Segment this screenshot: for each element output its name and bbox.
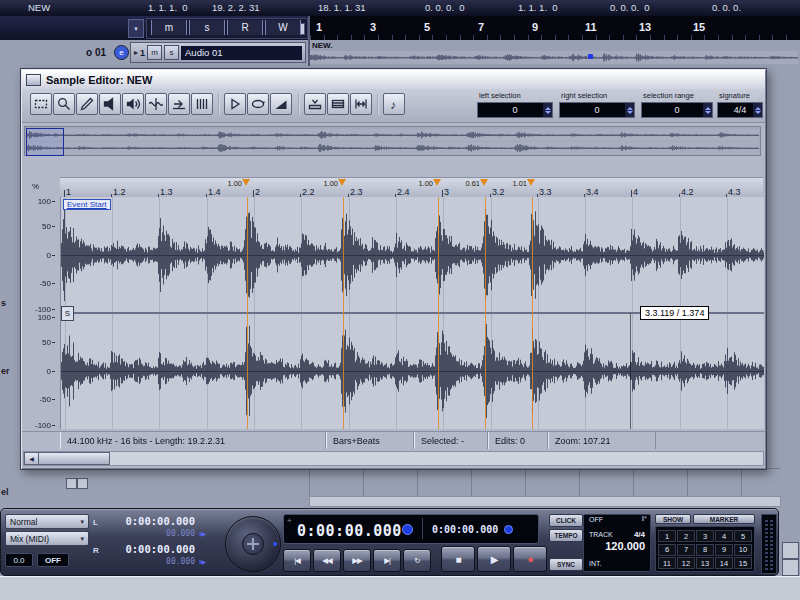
hitpoint-flag-icon[interactable] [242,179,250,186]
editor-ruler[interactable]: 11.21.31.422.22.32.433.23.33.444.24.31.0… [60,177,763,199]
right-selection-input[interactable]: 0 [559,102,635,118]
expand-arrow-icon[interactable]: ▸ [134,48,138,57]
marker-10-button[interactable]: 10 [734,544,752,556]
scrollbar-button[interactable] [782,542,799,559]
zoom-tool-button[interactable] [53,93,75,115]
audition-loop-button[interactable] [247,93,269,115]
edit-channel-button[interactable]: e [114,45,129,60]
scrollbar-button[interactable] [782,559,799,576]
scroll-thumb[interactable] [38,452,110,465]
show-button[interactable]: SHOW [655,514,691,524]
automation-s-button[interactable]: s [189,20,225,35]
scrub-tool-button[interactable] [122,93,144,115]
marker-12-button[interactable]: 12 [677,557,695,569]
marker-8-button[interactable]: 8 [696,544,714,556]
hitpoint-line[interactable] [438,197,439,429]
main-time-display[interactable]: + 0:00:00.000 0:00:00.000 [283,514,539,544]
musical-mode-button[interactable]: ♪ [383,93,405,115]
waveform-left-channel[interactable] [61,197,764,313]
independent-loop-button[interactable] [350,93,372,115]
mini-button[interactable] [66,478,77,489]
sync-button[interactable]: SYNC [549,558,583,571]
fast-forward-button[interactable]: ▶▶ [343,549,371,572]
marker-15-button[interactable]: 15 [734,557,752,569]
spinner-icon[interactable] [625,103,634,117]
marker-3-button[interactable]: 3 [696,530,714,542]
marker-2-button[interactable]: 2 [677,530,695,542]
goto-end-button[interactable]: ▶| [373,549,401,572]
show-regions-button[interactable] [327,93,349,115]
snap-point-flag[interactable]: S [61,306,74,321]
play-button[interactable]: ▶ [477,546,511,572]
marker-5-button[interactable]: 5 [734,530,752,542]
audition-volume-button[interactable] [270,93,292,115]
marker-7-button[interactable]: 7 [677,544,695,556]
marker-4-button[interactable]: 4 [715,530,733,542]
hitpoint-flag-icon[interactable] [338,179,346,186]
event-start-flag[interactable]: Event Start [63,199,111,210]
pane-divider[interactable] [308,16,310,66]
punch-icon[interactable]: ‖▶ [199,558,206,565]
range-selection-tool-button[interactable] [30,93,52,115]
hitpoint-line[interactable] [247,197,248,429]
mini-button[interactable] [77,478,88,489]
hitpoint-flag-icon[interactable] [480,179,488,186]
scale-unit-label[interactable]: % [32,182,39,191]
marker-11-button[interactable]: 11 [658,557,676,569]
mute-button[interactable]: m [147,45,162,60]
punch-icon[interactable]: ‖▶ [199,530,206,537]
plus-toggle[interactable]: + [287,516,292,525]
play-tool-button[interactable] [99,93,121,115]
overview-strip[interactable] [24,126,761,156]
horizontal-scrollbar[interactable]: ◀ [23,451,764,466]
audition-play-button[interactable] [224,93,246,115]
locator-R-time[interactable]: 0:00:00.000 [103,543,195,555]
jog-center-button[interactable] [242,533,264,555]
hitpoint-line[interactable] [343,197,344,429]
spinner-icon[interactable] [703,103,712,117]
record-mode-select[interactable]: Normal ▾ [5,514,89,529]
window-titlebar[interactable]: Sample Editor: NEW [22,70,765,90]
click-button[interactable]: CLICK [549,514,583,527]
selection-range-input[interactable]: 0 [641,102,713,118]
show-event-button[interactable] [304,93,326,115]
scroll-left-button[interactable]: ◀ [24,452,39,465]
marker-button[interactable]: MARKER [693,514,755,524]
locator-L-label[interactable]: L [93,518,98,527]
overview-selection-box[interactable] [26,128,64,156]
automation-R-button[interactable]: R [227,20,263,35]
tempo-button[interactable]: TEMPO [549,529,583,542]
marker-9-button[interactable]: 9 [715,544,733,556]
record-button[interactable]: ● [513,546,547,572]
cycle-button[interactable]: ↻ [403,549,431,572]
dropdown-caret-button[interactable]: ▾ [128,19,144,38]
signature-input[interactable]: 4/4 [717,102,763,118]
overview-waveform-right[interactable] [26,142,759,154]
waveform-right-channel[interactable] [61,313,764,429]
midi-record-mode-select[interactable]: Mix (MIDI) ▾ [5,531,89,546]
overview-waveform-left[interactable] [26,129,759,141]
automation-m-button[interactable]: m [151,20,187,35]
left-selection-input[interactable]: 0 [477,102,553,118]
track-waveform-thumbnail[interactable] [310,51,798,64]
waveform-display[interactable]: Event Start S 3.3.119 / 1.374 [60,197,764,429]
locator-R-label[interactable]: R [93,546,99,555]
hitpoint-line[interactable] [485,197,486,429]
spinner-icon[interactable] [753,103,762,117]
project-ruler[interactable]: 13579111315 [310,16,800,40]
solo-button[interactable]: s [164,45,179,60]
hitpoint-flag-icon[interactable] [433,179,441,186]
spinner-icon[interactable] [543,103,552,117]
automation-W-button[interactable]: W [265,20,301,35]
track-name[interactable]: Audio 01 [181,46,302,60]
locator-L-time[interactable]: 0:00:00.000 [103,515,195,527]
level-display[interactable]: 0.0 [5,553,33,567]
zero-crossing-button[interactable] [145,93,167,115]
goto-start-button[interactable]: |◀ [283,549,311,572]
track-header[interactable]: ▸ 1 m s Audio 01 [130,42,306,63]
hitpoint-line[interactable] [532,197,533,429]
marker-13-button[interactable]: 13 [696,557,714,569]
draw-tool-button[interactable] [76,93,98,115]
marker-14-button[interactable]: 14 [715,557,733,569]
lane-display-button[interactable] [191,93,213,115]
